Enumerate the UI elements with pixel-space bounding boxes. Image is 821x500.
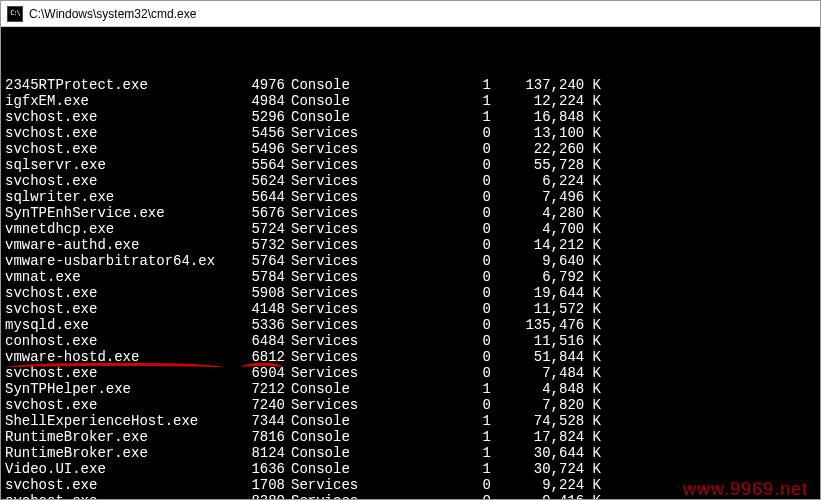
process-row: vmware-usbarbitrator64.ex5764Services09,…	[5, 253, 816, 269]
process-session-num: 0	[431, 189, 491, 205]
process-name: RuntimeBroker.exe	[5, 429, 235, 445]
process-session: Console	[285, 445, 431, 461]
process-session: Services	[285, 269, 431, 285]
process-session-num: 1	[431, 445, 491, 461]
process-memory: 19,644 K	[491, 285, 601, 301]
process-memory: 4,848 K	[491, 381, 601, 397]
process-session: Console	[285, 77, 431, 93]
process-memory: 9,224 K	[491, 477, 601, 493]
process-row: svchost.exe1708Services09,224 K	[5, 477, 816, 493]
process-memory: 11,572 K	[491, 301, 601, 317]
process-memory: 13,100 K	[491, 125, 601, 141]
process-session: Services	[285, 397, 431, 413]
process-memory: 11,516 K	[491, 333, 601, 349]
process-name: SynTPHelper.exe	[5, 381, 235, 397]
process-session: Services	[285, 477, 431, 493]
process-name: vmnetdhcp.exe	[5, 221, 235, 237]
process-name: SynTPEnhService.exe	[5, 205, 235, 221]
process-pid: 5732	[235, 237, 285, 253]
process-session: Services	[285, 301, 431, 317]
process-pid: 8124	[235, 445, 285, 461]
process-name: sqlservr.exe	[5, 157, 235, 173]
process-pid: 1636	[235, 461, 285, 477]
process-memory: 6,792 K	[491, 269, 601, 285]
process-row: RuntimeBroker.exe8124Console130,644 K	[5, 445, 816, 461]
process-name: svchost.exe	[5, 477, 235, 493]
process-session: Services	[285, 365, 431, 381]
process-session-num: 0	[431, 173, 491, 189]
process-session: Services	[285, 333, 431, 349]
process-session: Services	[285, 493, 431, 499]
process-session: Console	[285, 109, 431, 125]
process-row: igfxEM.exe4984Console112,224 K	[5, 93, 816, 109]
process-name: svchost.exe	[5, 173, 235, 189]
process-pid: 5296	[235, 109, 285, 125]
process-name: vmnat.exe	[5, 269, 235, 285]
process-session-num: 1	[431, 109, 491, 125]
process-memory: 7,820 K	[491, 397, 601, 413]
terminal-output[interactable]: 2345RTProtect.exe4976Console1137,240 Kig…	[1, 27, 820, 499]
process-session-num: 1	[431, 93, 491, 109]
process-row: conhost.exe6484Services011,516 K	[5, 333, 816, 349]
process-memory: 30,724 K	[491, 461, 601, 477]
process-session: Services	[285, 189, 431, 205]
process-pid: 4984	[235, 93, 285, 109]
process-row: svchost.exe5456Services013,100 K	[5, 125, 816, 141]
process-pid: 5336	[235, 317, 285, 333]
process-memory: 7,496 K	[491, 189, 601, 205]
process-pid: 7816	[235, 429, 285, 445]
process-name: vmware-hostd.exe	[5, 349, 235, 365]
process-row: SynTPEnhService.exe5676Services04,280 K	[5, 205, 816, 221]
process-session: Services	[285, 141, 431, 157]
process-row: vmnat.exe5784Services06,792 K	[5, 269, 816, 285]
process-session-num: 0	[431, 125, 491, 141]
process-row: svchost.exe8380Services09,416 K	[5, 493, 816, 499]
process-session: Console	[285, 93, 431, 109]
process-session-num: 0	[431, 477, 491, 493]
process-row: svchost.exe5908Services019,644 K	[5, 285, 816, 301]
process-pid: 7212	[235, 381, 285, 397]
process-pid: 6812	[235, 349, 285, 365]
process-session-num: 0	[431, 397, 491, 413]
process-session-num: 1	[431, 461, 491, 477]
process-row: RuntimeBroker.exe7816Console117,824 K	[5, 429, 816, 445]
cmd-window: C:\ C:\Windows\system32\cmd.exe 2345RTPr…	[0, 0, 821, 500]
process-session: Console	[285, 461, 431, 477]
process-session-num: 1	[431, 429, 491, 445]
title-bar[interactable]: C:\ C:\Windows\system32\cmd.exe	[1, 1, 820, 27]
process-row: svchost.exe4148Services011,572 K	[5, 301, 816, 317]
process-row: svchost.exe5296Console116,848 K	[5, 109, 816, 125]
process-memory: 74,528 K	[491, 413, 601, 429]
process-session: Services	[285, 317, 431, 333]
process-row: vmware-authd.exe5732Services014,212 K	[5, 237, 816, 253]
process-session-num: 0	[431, 141, 491, 157]
process-session-num: 0	[431, 349, 491, 365]
process-name: svchost.exe	[5, 125, 235, 141]
process-pid: 5724	[235, 221, 285, 237]
process-session-num: 0	[431, 253, 491, 269]
process-pid: 5676	[235, 205, 285, 221]
process-name: sqlwriter.exe	[5, 189, 235, 205]
process-row: svchost.exe6904Services07,484 K	[5, 365, 816, 381]
process-pid: 5456	[235, 125, 285, 141]
process-name: conhost.exe	[5, 333, 235, 349]
process-name: ShellExperienceHost.exe	[5, 413, 235, 429]
process-memory: 135,476 K	[491, 317, 601, 333]
process-memory: 14,212 K	[491, 237, 601, 253]
process-session: Services	[285, 173, 431, 189]
process-pid: 5644	[235, 189, 285, 205]
process-memory: 17,824 K	[491, 429, 601, 445]
process-session-num: 0	[431, 157, 491, 173]
process-memory: 137,240 K	[491, 77, 601, 93]
process-session-num: 1	[431, 77, 491, 93]
process-memory: 55,728 K	[491, 157, 601, 173]
window-title: C:\Windows\system32\cmd.exe	[29, 7, 196, 21]
process-row: svchost.exe5496Services022,260 K	[5, 141, 816, 157]
process-memory: 22,260 K	[491, 141, 601, 157]
process-memory: 4,700 K	[491, 221, 601, 237]
process-name: igfxEM.exe	[5, 93, 235, 109]
process-session: Services	[285, 221, 431, 237]
process-pid: 7240	[235, 397, 285, 413]
cmd-icon: C:\	[7, 6, 23, 22]
process-row: sqlwriter.exe5644Services07,496 K	[5, 189, 816, 205]
